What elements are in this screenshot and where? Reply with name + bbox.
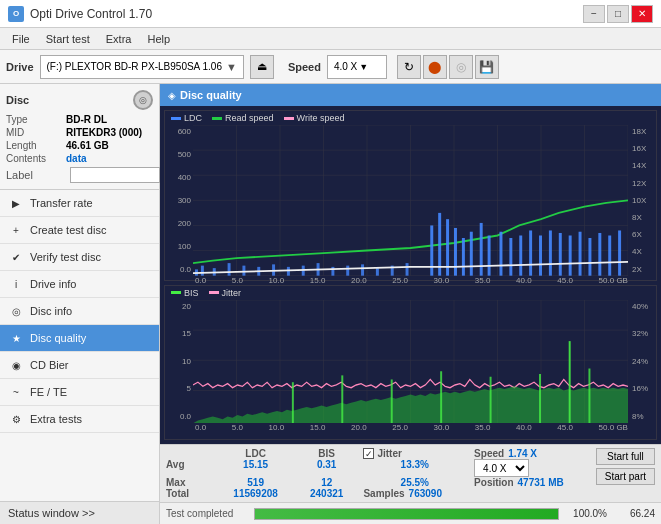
- svg-rect-72: [391, 379, 393, 423]
- maximize-button[interactable]: □: [607, 5, 629, 23]
- sidebar-item-cd-bier[interactable]: ◉ CD Bier: [0, 352, 159, 379]
- toolbar-icons: ↻ ⬤ ◎ 💾: [397, 55, 499, 79]
- y-axis-left-bottom: 20 15 10 5 0.0: [165, 300, 193, 423]
- eject-icon: ⏏: [257, 60, 267, 73]
- y-10: 10: [167, 357, 191, 366]
- svg-rect-51: [598, 233, 601, 276]
- disc-label-row: Label 🔍: [6, 167, 153, 183]
- verify-test-disc-icon: ✔: [8, 249, 24, 265]
- menu-help[interactable]: Help: [139, 31, 178, 47]
- disc-quality-icon: ★: [8, 330, 24, 346]
- top-chart-body: 600 500 400 300 200 100 0.0: [165, 125, 656, 276]
- cd-bier-label: CD Bier: [30, 359, 69, 371]
- y-axis-right-bottom: 40% 32% 24% 16% 8%: [628, 300, 656, 423]
- chart-title: Disc quality: [180, 89, 242, 101]
- svg-rect-53: [618, 230, 621, 275]
- disc-info-icon: ◎: [8, 303, 24, 319]
- y-16pct: 16%: [632, 384, 652, 393]
- disc-label-input[interactable]: [70, 167, 160, 183]
- disc-panel: Disc ◎ Type BD-R DL MID RITEKDR3 (000) L…: [0, 84, 159, 190]
- progress-fill: [255, 509, 558, 519]
- y-400: 400: [167, 173, 191, 182]
- start-part-button[interactable]: Start part: [596, 468, 655, 485]
- menubar: File Start test Extra Help: [0, 28, 661, 50]
- status-window-label: Status window >>: [8, 507, 95, 519]
- xb-35: 35.0: [475, 423, 491, 432]
- speed-select-dropdown[interactable]: 4.0 X: [474, 459, 529, 477]
- sidebar-item-extra-tests[interactable]: ⚙ Extra tests: [0, 406, 159, 433]
- blank-disc-button[interactable]: ◎: [449, 55, 473, 79]
- status-window-button[interactable]: Status window >>: [0, 501, 159, 524]
- y-0b: 0.0: [167, 412, 191, 421]
- y-500: 500: [167, 150, 191, 159]
- menu-file[interactable]: File: [4, 31, 38, 47]
- speed-select-wrap: 4.0 X: [474, 459, 588, 477]
- jitter-checkbox[interactable]: [363, 448, 374, 459]
- bottom-chart-svg-wrap: [193, 300, 628, 423]
- create-test-disc-label: Create test disc: [30, 224, 106, 236]
- refresh-button[interactable]: ↻: [397, 55, 421, 79]
- chart-header-icon: ◈: [168, 90, 176, 101]
- start-buttons: Start full Start part: [596, 448, 655, 485]
- save-button[interactable]: 💾: [475, 55, 499, 79]
- svg-rect-40: [488, 235, 491, 275]
- disc-type-value: BD-R DL: [66, 114, 107, 125]
- disc-type-row: Type BD-R DL: [6, 114, 153, 125]
- menu-extra[interactable]: Extra: [98, 31, 140, 47]
- top-chart-svg-wrap: [193, 125, 628, 276]
- jitter-color: [209, 291, 219, 294]
- y-32pct: 32%: [632, 329, 652, 338]
- bottom-chart-svg: [193, 300, 628, 423]
- svg-rect-74: [490, 376, 492, 423]
- drive-select[interactable]: (F:) PLEXTOR BD-R PX-LB950SA 1.06 ▼: [40, 55, 244, 79]
- x-20: 20.0: [351, 276, 367, 285]
- svg-rect-49: [579, 232, 582, 276]
- drive-label: Drive: [6, 61, 34, 73]
- disc-contents-row: Contents data: [6, 153, 153, 164]
- disc-mid-value: RITEKDR3 (000): [66, 127, 142, 138]
- disc-length-label: Length: [6, 140, 66, 151]
- svg-rect-48: [569, 235, 572, 275]
- sidebar-item-transfer-rate[interactable]: ▶ Transfer rate: [0, 190, 159, 217]
- jitter-label: Jitter: [222, 288, 242, 298]
- svg-rect-28: [346, 266, 349, 276]
- window-controls: − □ ✕: [583, 5, 653, 23]
- disc-quality-label: Disc quality: [30, 332, 86, 344]
- speed-header-wrap: Speed 1.74 X: [474, 448, 588, 459]
- y-300: 300: [167, 196, 191, 205]
- xb-0: 0.0: [195, 423, 206, 432]
- menu-start-test[interactable]: Start test: [38, 31, 98, 47]
- disc-inner-icon: ◎: [139, 95, 147, 105]
- close-button[interactable]: ✕: [631, 5, 653, 23]
- x-15: 15.0: [310, 276, 326, 285]
- svg-rect-47: [559, 233, 562, 276]
- speed-select[interactable]: 4.0 X ▼: [327, 55, 387, 79]
- legend-bis: BIS: [171, 288, 199, 298]
- sidebar-item-disc-info[interactable]: ◎ Disc info: [0, 298, 159, 325]
- minimize-button[interactable]: −: [583, 5, 605, 23]
- speed-header: Speed: [474, 448, 504, 459]
- start-full-button[interactable]: Start full: [596, 448, 655, 465]
- progress-bar: [254, 508, 559, 520]
- legend-jitter: Jitter: [209, 288, 242, 298]
- y-20: 20: [167, 302, 191, 311]
- sidebar-item-drive-info[interactable]: i Drive info: [0, 271, 159, 298]
- nav-items: ▶ Transfer rate + Create test disc ✔ Ver…: [0, 190, 159, 501]
- drive-dropdown-icon: ▼: [226, 61, 237, 73]
- fe-te-icon: ~: [8, 384, 24, 400]
- y-4x: 4X: [632, 247, 652, 256]
- xb-50: 50.0 GB: [599, 423, 628, 432]
- legend-read-speed: Read speed: [212, 113, 274, 123]
- sidebar-item-verify-test-disc[interactable]: ✔ Verify test disc: [0, 244, 159, 271]
- sidebar-item-disc-quality[interactable]: ★ Disc quality: [0, 325, 159, 352]
- svg-rect-76: [569, 341, 571, 423]
- burn-button[interactable]: ⬤: [423, 55, 447, 79]
- write-speed-label: Write speed: [297, 113, 345, 123]
- eject-button[interactable]: ⏏: [250, 55, 274, 79]
- stats-grid: LDC BIS Jitter Speed 1.74 X Avg 15.15 0.…: [166, 448, 588, 499]
- top-chart-svg: [193, 125, 628, 276]
- app-icon: O: [8, 6, 24, 22]
- sidebar-item-create-test-disc[interactable]: + Create test disc: [0, 217, 159, 244]
- xb-15: 15.0: [310, 423, 326, 432]
- sidebar-item-fe-te[interactable]: ~ FE / TE: [0, 379, 159, 406]
